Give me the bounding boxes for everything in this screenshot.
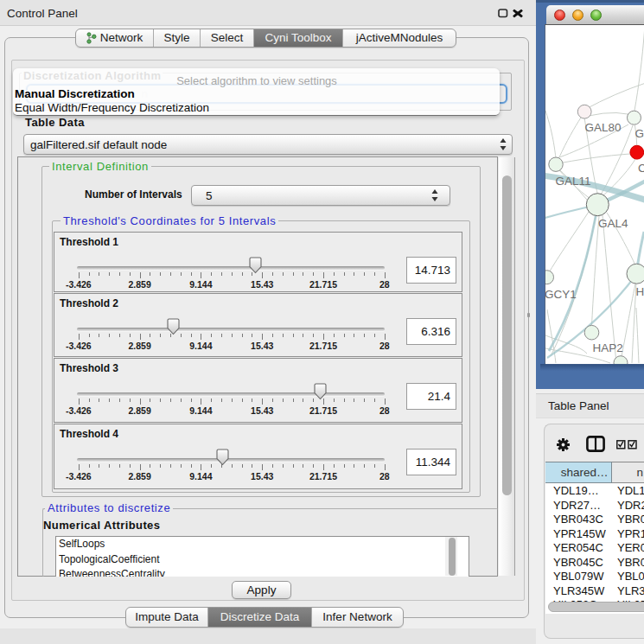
svg-text:H: H xyxy=(635,286,644,299)
svg-text:HAP2: HAP2 xyxy=(592,342,622,355)
svg-text:GCY1: GCY1 xyxy=(545,289,577,302)
svg-text:C: C xyxy=(637,162,644,175)
svg-text:GAL80: GAL80 xyxy=(584,121,621,134)
svg-text:GAL4: GAL4 xyxy=(598,217,628,230)
svg-text:G.: G. xyxy=(634,127,644,140)
svg-text:GAL11: GAL11 xyxy=(555,175,590,188)
